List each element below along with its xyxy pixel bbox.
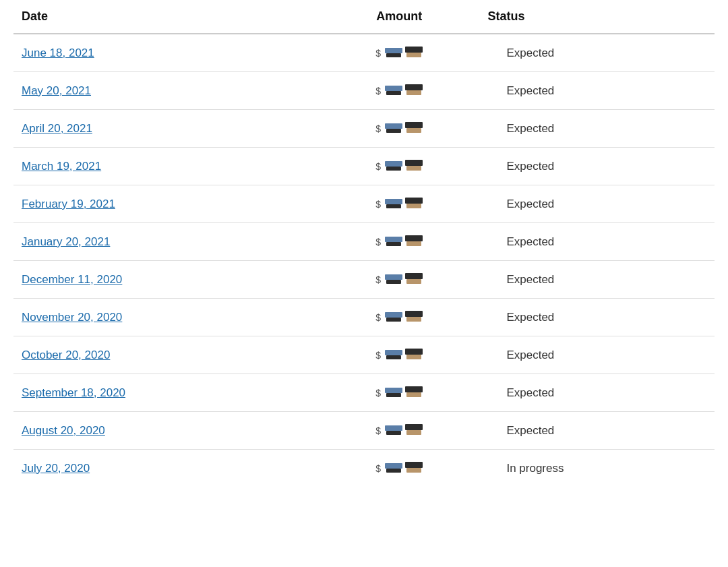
date-link[interactable]: September 18, 2020	[22, 386, 125, 399]
amount-cell: $	[319, 450, 480, 487]
table-header-row: Date Amount Status	[13, 0, 715, 34]
amount-icon-2	[405, 384, 423, 402]
status-cell: Expected	[479, 374, 715, 412]
status-cell: Expected	[479, 72, 715, 110]
svg-rect-41	[386, 431, 401, 435]
date-link[interactable]: February 19, 2021	[22, 198, 115, 210]
status-cell: Expected	[479, 336, 715, 374]
amount-icon-2	[405, 119, 423, 138]
date-link[interactable]: October 20, 2020	[22, 349, 110, 361]
status-cell: Expected	[479, 148, 715, 185]
date-cell: September 18, 2020	[13, 374, 319, 412]
table-row: January 20, 2021$ Expected	[13, 223, 715, 261]
status-cell: Expected	[479, 223, 715, 261]
table-row: August 20, 2020$ Expected	[13, 412, 715, 450]
svg-rect-6	[405, 84, 423, 90]
svg-rect-26	[405, 273, 423, 279]
svg-rect-5	[386, 91, 401, 95]
svg-rect-15	[406, 166, 421, 171]
svg-rect-33	[386, 355, 401, 359]
status-cell: Expected	[479, 34, 715, 72]
currency-symbol: $	[375, 350, 381, 361]
amount-cell: $	[319, 223, 480, 261]
table-row: October 20, 2020$ Expected	[13, 336, 715, 374]
svg-rect-23	[406, 241, 421, 246]
svg-rect-38	[405, 386, 423, 392]
amount-icon-1	[385, 195, 402, 213]
date-link[interactable]: November 20, 2020	[22, 311, 122, 324]
svg-rect-19	[406, 204, 421, 208]
amount-cell: $	[319, 72, 480, 110]
currency-symbol: $	[375, 161, 381, 172]
date-link[interactable]: December 11, 2020	[22, 273, 122, 286]
svg-rect-2	[405, 47, 423, 53]
table-row: May 20, 2021$ Expected	[13, 72, 715, 110]
amount-cell: $	[319, 299, 480, 336]
svg-rect-21	[386, 242, 401, 246]
date-link[interactable]: January 20, 2021	[22, 235, 110, 248]
amount-icon-2	[405, 308, 423, 326]
date-cell: February 19, 2021	[13, 185, 319, 223]
currency-symbol: $	[375, 274, 381, 285]
date-cell: December 11, 2020	[13, 261, 319, 299]
table-row: February 19, 2021$ Expected	[13, 185, 715, 223]
date-link[interactable]: April 20, 2021	[22, 122, 92, 135]
svg-rect-8	[385, 123, 402, 129]
currency-symbol: $	[375, 388, 381, 398]
currency-symbol: $	[375, 425, 381, 436]
amount-icon-1	[385, 384, 402, 402]
amount-icon-1	[385, 459, 402, 477]
currency-symbol: $	[375, 463, 381, 474]
currency-symbol: $	[375, 123, 381, 134]
amount-cell: $	[319, 374, 480, 412]
currency-symbol: $	[375, 86, 381, 96]
amount-cell: $	[319, 412, 480, 450]
svg-rect-12	[385, 161, 402, 167]
table-row: July 20, 2020$ In progress	[13, 450, 715, 487]
svg-rect-13	[386, 167, 401, 171]
amount-icon-1	[385, 82, 402, 100]
status-cell: Expected	[479, 412, 715, 450]
amount-icon-1	[385, 308, 402, 326]
date-link[interactable]: May 20, 2021	[22, 84, 91, 97]
payments-table-container: Date Amount Status June 18, 2021$ Expect…	[0, 0, 728, 487]
amount-cell: $	[319, 34, 480, 72]
date-link[interactable]: July 20, 2020	[22, 462, 90, 475]
amount-icon-2	[405, 233, 423, 251]
amount-cell: $	[319, 148, 480, 185]
svg-rect-17	[386, 204, 401, 208]
header-status: Status	[479, 0, 715, 34]
amount-icon-1	[385, 346, 402, 364]
date-link[interactable]: March 19, 2021	[22, 160, 101, 173]
svg-rect-36	[385, 388, 402, 393]
amount-cell: $	[319, 261, 480, 299]
date-link[interactable]: June 18, 2021	[22, 47, 94, 59]
svg-rect-34	[405, 349, 423, 355]
svg-rect-16	[385, 199, 402, 204]
date-link[interactable]: August 20, 2020	[22, 424, 105, 437]
header-date: Date	[13, 0, 319, 34]
svg-rect-46	[405, 462, 423, 468]
amount-icon-1	[385, 119, 402, 138]
table-row: September 18, 2020$ Expected	[13, 374, 715, 412]
payments-table: Date Amount Status June 18, 2021$ Expect…	[13, 0, 715, 487]
svg-rect-25	[386, 280, 401, 284]
amount-icon-1	[385, 270, 402, 289]
date-cell: June 18, 2021	[13, 34, 319, 72]
status-cell: In progress	[479, 450, 715, 487]
amount-icon-2	[405, 346, 423, 364]
svg-rect-14	[405, 160, 423, 166]
svg-rect-9	[386, 129, 401, 133]
svg-rect-37	[386, 393, 401, 397]
svg-rect-24	[385, 274, 402, 280]
date-cell: October 20, 2020	[13, 336, 319, 374]
date-cell: November 20, 2020	[13, 299, 319, 336]
amount-icon-1	[385, 233, 402, 251]
amount-icon-1	[385, 44, 402, 62]
svg-rect-44	[385, 463, 402, 469]
currency-symbol: $	[375, 237, 381, 247]
amount-cell: $	[319, 185, 480, 223]
amount-cell: $	[319, 110, 480, 148]
amount-cell: $	[319, 336, 480, 374]
svg-rect-4	[385, 86, 402, 91]
